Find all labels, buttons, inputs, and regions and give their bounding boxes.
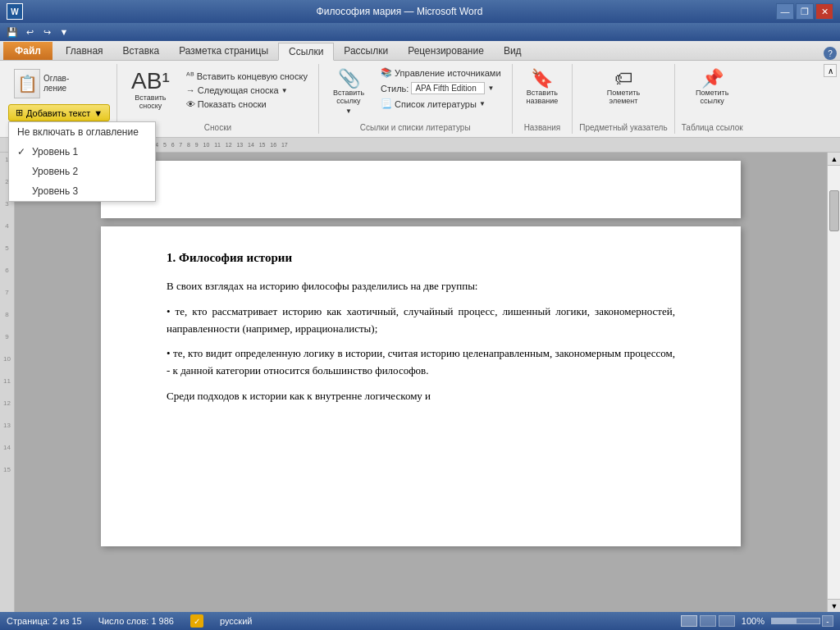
tab-insert[interactable]: Вставка <box>113 42 170 60</box>
bibliography-icon: 📃 <box>381 98 392 109</box>
zoom-out-button[interactable]: - <box>822 615 833 627</box>
add-text-label: Добавить текст <box>26 108 90 118</box>
insert-citation-button[interactable]: 📎 Вставитьссылку ▼ <box>326 66 372 119</box>
insert-citation-label: Вставитьссылку <box>333 89 364 106</box>
dropdown-level2[interactable]: Уровень 2 <box>9 162 155 181</box>
bibliography-button[interactable]: 📃 Список литературы ▼ <box>377 97 504 111</box>
undo-quick-btn[interactable]: ↩ <box>22 25 37 39</box>
page2-bullet2[interactable]: • те, кто видит определенную логику в ис… <box>167 345 675 380</box>
mark-entry-icon: 🏷 <box>614 70 632 88</box>
title-bar-left: W <box>7 3 23 20</box>
ruler-marks: 1 2 3 4 5 6 7 8 9 10 11 12 13 14 15 16 1… <box>66 138 840 152</box>
insert-endnote-button[interactable]: ᴬᴮ Вставить концевую сноску <box>182 69 312 83</box>
tab-page-layout[interactable]: Разметка страницы <box>169 42 278 60</box>
ribbon-content: 📋 Оглав-ление ⊞ Добавить текст ▼ <box>0 61 840 137</box>
add-text-arrow: ▼ <box>94 108 103 118</box>
footnotes-small-btns: ᴬᴮ Вставить концевую сноску → Следующая … <box>182 69 312 111</box>
view-mode-web[interactable] <box>719 615 735 627</box>
level2-label: Уровень 2 <box>32 166 78 177</box>
title-bar-controls: — ❐ ✕ <box>776 3 833 20</box>
footnotes-group-label: Сноски <box>204 123 231 132</box>
tab-view[interactable]: Вид <box>494 42 532 60</box>
toc-main-button[interactable]: 📋 Оглав-ление <box>8 66 75 102</box>
redo-quick-btn[interactable]: ↪ <box>39 25 54 39</box>
insert-endnote-icon: ᴬᴮ <box>186 71 194 81</box>
insert-caption-button[interactable]: 🔖 Вставитьназвание <box>519 66 566 110</box>
next-footnote-icon: → <box>186 85 195 95</box>
page2-heading[interactable]: 1. Философия истории <box>167 251 675 265</box>
zoom-slider[interactable] <box>771 618 820 624</box>
toc-icon: 📋 <box>14 69 40 98</box>
style-value[interactable]: APA Fifth Edition <box>411 82 485 94</box>
insert-caption-icon: 🔖 <box>531 70 553 88</box>
index-group-content: 🏷 Пометитьэлемент <box>600 66 647 121</box>
next-footnote-button[interactable]: → Следующая сноска ▼ <box>182 84 312 97</box>
ribbon-minimize-btn[interactable]: ∧ <box>824 64 837 77</box>
page2-bullet1[interactable]: • те, кто рассматривает историю как хаот… <box>167 304 675 338</box>
title-bar: W Философия мария — Microsoft Word — ❐ ✕ <box>0 0 840 23</box>
window-title: Философия мария — Microsoft Word <box>23 6 776 17</box>
tab-file[interactable]: Файл <box>3 42 52 60</box>
bibliography-arrow: ▼ <box>479 100 486 107</box>
scroll-down-button[interactable]: ▼ <box>828 599 840 612</box>
scroll-thumb[interactable] <box>829 190 839 231</box>
app-icon: W <box>7 3 23 20</box>
dropdown-level3[interactable]: Уровень 3 <box>9 181 155 201</box>
insert-footnote-button[interactable]: AB¹ Вставитьсноску <box>124 66 177 115</box>
spell-check-icon[interactable]: ✓ <box>190 614 203 628</box>
footnotes-group-content: AB¹ Вставитьсноску ᴬᴮ Вставить концевую … <box>124 66 312 121</box>
level1-label: Уровень 1 <box>32 146 78 158</box>
citations-group: 📎 Вставитьссылку ▼ 📚 Управление источник… <box>319 64 513 134</box>
scroll-track <box>828 166 840 599</box>
mark-citation-button[interactable]: 📌 Пометитьссылку <box>688 66 736 110</box>
toc-group: 📋 Оглав-ление ⊞ Добавить текст ▼ <box>2 64 117 134</box>
captions-group: 🔖 Вставитьназвание Названия <box>513 64 573 134</box>
restore-button[interactable]: ❐ <box>796 3 814 20</box>
dropdown-no-include[interactable]: Не включать в оглавление <box>9 122 155 142</box>
dropdown-level1[interactable]: Уровень 1 <box>9 142 155 162</box>
manage-sources-label: Управление источниками <box>395 68 500 78</box>
show-footnotes-label: Показать сноски <box>198 99 267 109</box>
page2-paragraph2[interactable]: Среди подходов к истории как к внутренне… <box>167 388 675 405</box>
minimize-button[interactable]: — <box>776 3 794 20</box>
view-mode-buttons <box>681 615 735 627</box>
mark-entry-label: Пометитьэлемент <box>607 89 640 106</box>
page2-content: 1. Философия истории В своих взглядах на… <box>101 226 741 438</box>
add-text-btn-container: ⊞ Добавить текст ▼ Не включать в оглавле… <box>8 104 110 121</box>
add-text-icon: ⊞ <box>16 107 23 118</box>
tab-review[interactable]: Рецензирование <box>398 42 494 60</box>
view-mode-print[interactable] <box>681 615 697 627</box>
show-footnotes-button[interactable]: 👁 Показать сноски <box>182 98 312 111</box>
view-mode-fullscreen[interactable] <box>700 615 716 627</box>
insert-citation-arrow: ▼ <box>345 107 352 115</box>
status-bar-right: 100% - <box>681 615 833 627</box>
help-button[interactable]: ? <box>824 47 837 60</box>
manage-sources-button[interactable]: 📚 Управление источниками <box>377 66 504 80</box>
show-footnotes-icon: 👁 <box>186 99 195 109</box>
mark-citation-icon: 📌 <box>701 70 724 88</box>
insert-caption-label: Вставитьназвание <box>527 89 559 106</box>
main-area: 1 2 3 4 5 6 7 8 9 10 11 12 13 14 15 1. Ф… <box>0 153 840 612</box>
tab-home[interactable]: Главная <box>56 42 113 60</box>
scroll-up-button[interactable]: ▲ <box>828 153 840 166</box>
table-of-auth-group: 📌 Пометитьссылку Таблица ссылок <box>675 64 750 134</box>
tab-references[interactable]: Ссылки <box>278 43 334 61</box>
mark-citation-label: Пометитьссылку <box>696 89 728 106</box>
document-area: 1. Философия истории В своих взглядах на… <box>15 153 827 612</box>
ribbon-tabs: Файл Главная Вставка Разметка страницы С… <box>0 41 840 61</box>
add-text-button[interactable]: ⊞ Добавить текст ▼ <box>8 104 110 121</box>
customize-quick-btn[interactable]: ▼ <box>57 25 71 39</box>
style-arrow: ▼ <box>487 84 494 92</box>
style-selector[interactable]: Стиль: APA Fifth Edition ▼ <box>377 80 504 96</box>
close-button[interactable]: ✕ <box>815 3 833 20</box>
table-of-auth-label: Таблица ссылок <box>682 123 743 132</box>
bibliography-label: Список литературы <box>395 99 477 109</box>
citations-group-content: 📎 Вставитьссылку ▼ 📚 Управление источник… <box>326 66 505 121</box>
toc-group-content: 📋 Оглав-ление ⊞ Добавить текст ▼ <box>8 66 110 121</box>
tab-mailings[interactable]: Рассылки <box>334 42 398 60</box>
mark-entry-button[interactable]: 🏷 Пометитьэлемент <box>600 66 647 110</box>
word-count: Число слов: 1 986 <box>98 616 174 626</box>
save-quick-btn[interactable]: 💾 <box>5 25 20 39</box>
zoom-controls: - <box>771 615 833 627</box>
page2-paragraph1[interactable]: В своих взглядах на историю философы раз… <box>167 278 675 295</box>
